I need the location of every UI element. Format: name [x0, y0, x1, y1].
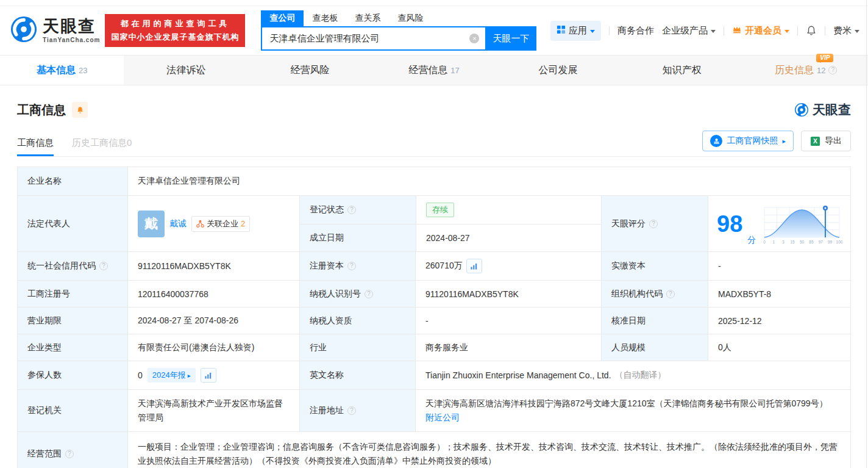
- svg-text:0: 0: [763, 240, 766, 244]
- nav-feimi[interactable]: 费米: [833, 25, 859, 37]
- field-value-uscc: 91120116MADXB5YT8K: [127, 252, 299, 280]
- search-tab-risk[interactable]: 查风险: [389, 10, 432, 26]
- section-header: 工商信息 天眼查: [17, 101, 851, 118]
- tab-operation-risk[interactable]: 经营风险: [248, 56, 372, 85]
- field-value-reg-capital: 260710万: [415, 252, 601, 280]
- divider: [609, 26, 610, 35]
- tab-label: 历史信息: [775, 64, 814, 77]
- legal-rep-link[interactable]: 戴诚: [169, 218, 187, 229]
- table-row: 统一社会信用代码 ? 91120116MADXB5YT8K 注册资本 ? 260…: [18, 251, 850, 280]
- tab-label: 经营风险: [291, 64, 330, 77]
- help-icon[interactable]: ?: [365, 290, 373, 298]
- field-label-reg-status: 登记状态 ?: [300, 196, 416, 224]
- chevron-down-icon: [855, 30, 859, 33]
- field-value-business-term: 2024-08-27 至 2074-08-26: [127, 308, 299, 334]
- nav-vip-label: 开通会员: [745, 25, 781, 37]
- nearby-companies-link[interactable]: 附近公司: [425, 412, 460, 422]
- capital-trend-button[interactable]: [466, 259, 482, 273]
- bar-chart-icon: [470, 262, 478, 270]
- help-icon[interactable]: ?: [828, 66, 837, 74]
- help-icon[interactable]: ?: [347, 406, 356, 415]
- vip-badge: VIP: [816, 54, 833, 62]
- tab-label: 公司发展: [538, 64, 577, 77]
- nav-apps[interactable]: 应用: [550, 21, 601, 41]
- svg-text:99: 99: [828, 240, 833, 244]
- divider: [724, 26, 724, 35]
- nav-enterprise-products[interactable]: 企业级产品: [662, 25, 716, 37]
- tab-intellectual-property[interactable]: 知识产权: [620, 56, 744, 85]
- business-info-table: 企业名称 天津卓信企业管理有限公司 法定代表人 戴 戴诚: [17, 167, 851, 468]
- field-label-score: 天眼评分 ?: [601, 196, 708, 251]
- export-button-label: 导出: [825, 135, 842, 146]
- arrow-right-icon: ▸: [188, 372, 191, 379]
- apps-grid-icon: [557, 25, 566, 36]
- search-block: 查公司 查老板 查关系 查风险 × 天眼一下: [261, 10, 536, 51]
- nav-cooperation[interactable]: 商务合作: [617, 25, 654, 37]
- field-label-insured: 参保人数: [18, 361, 127, 389]
- field-label-taxpayer-quality: 纳税人资质: [299, 308, 415, 334]
- tianyancha-logo-icon: [10, 15, 38, 46]
- tab-legal-litigation[interactable]: 法律诉讼: [124, 56, 247, 85]
- help-icon[interactable]: ?: [347, 206, 356, 214]
- help-icon[interactable]: ?: [649, 220, 658, 228]
- bell-icon: [806, 25, 817, 36]
- tab-label: 经营信息: [408, 64, 447, 77]
- tab-label: 基本信息: [37, 64, 76, 77]
- nav-apps-label: 应用: [569, 25, 587, 37]
- search-tab-relation[interactable]: 查关系: [346, 10, 389, 26]
- nav-enterprise-label: 企业级产品: [662, 25, 708, 37]
- official-snapshot-button[interactable]: 工商官网快照 ▸: [702, 131, 794, 151]
- help-icon[interactable]: ?: [347, 262, 356, 270]
- crown-icon: [732, 25, 742, 36]
- related-companies-badge[interactable]: 关联企业 2: [191, 216, 250, 232]
- excel-icon: X: [810, 136, 820, 146]
- bell-icon: [76, 106, 84, 114]
- field-value-reg-number: 120116400037768: [127, 281, 299, 307]
- nav-open-vip[interactable]: 开通会员: [732, 25, 789, 37]
- stamp-icon: [710, 135, 722, 147]
- brand-name: 天眼查: [43, 18, 100, 35]
- field-label-scope: 经营范围 ?: [18, 432, 127, 468]
- tianyancha-logo[interactable]: 天眼查 TianYanCha.com: [10, 15, 100, 46]
- field-value-reg-status: 存续: [416, 196, 601, 224]
- tab-operation-info[interactable]: 经营信息 17: [372, 56, 496, 85]
- tab-history-info[interactable]: VIP 历史信息 12 ?: [744, 56, 868, 85]
- help-icon[interactable]: ?: [99, 262, 108, 270]
- search-button[interactable]: 天眼一下: [485, 26, 536, 51]
- field-value-insured: 0 2024年报 ▸: [127, 361, 299, 389]
- avatar[interactable]: 戴: [138, 211, 165, 237]
- insured-trend-button[interactable]: [201, 368, 216, 383]
- svg-text:85: 85: [809, 240, 814, 244]
- table-row: 企业类型 有限责任公司(港澳台法人独资) 行业 商务服务业 人员规模 0人: [18, 334, 850, 361]
- table-row: 登记机关 天津滨海高新技术产业开发区市场监督管理局 注册地址 ? 天津滨海高新区…: [18, 389, 850, 431]
- notification-bell[interactable]: [806, 25, 817, 36]
- tab-basic-info[interactable]: 基本信息 23: [0, 56, 124, 85]
- search-tab-boss[interactable]: 查老板: [304, 10, 346, 26]
- table-row: 营业期限 2024-08-27 至 2074-08-26 纳税人资质 - 核准日…: [18, 307, 850, 334]
- divider: [825, 26, 825, 35]
- help-icon[interactable]: ?: [65, 450, 74, 458]
- field-label-reg-capital: 注册资本 ?: [299, 252, 415, 280]
- search-tab-company[interactable]: 查公司: [261, 10, 304, 26]
- help-icon[interactable]: ?: [666, 290, 675, 298]
- subtab-history-business-info[interactable]: 历史工商信息0: [72, 137, 132, 156]
- divider: [797, 26, 798, 35]
- subtab-business-info[interactable]: 工商信息: [17, 137, 54, 156]
- main-content: 工商信息 天眼查 工商信息 历史工商信息0: [0, 101, 868, 468]
- svg-text:3: 3: [782, 240, 784, 244]
- subscribe-bell-button[interactable]: [72, 102, 88, 118]
- scrollbar[interactable]: [866, 0, 867, 468]
- table-row: 工商注册号 120116400037768 纳税人识别号 ? 91120116M…: [18, 280, 850, 307]
- search-input[interactable]: [261, 26, 485, 51]
- section-watermark-logo: 天眼查: [794, 101, 851, 118]
- export-button[interactable]: X 导出: [801, 131, 851, 151]
- field-value-score[interactable]: 98 分: [708, 196, 850, 251]
- field-label-reg-number: 工商注册号: [18, 281, 127, 307]
- chevron-down-icon: [784, 30, 789, 33]
- table-row: 企业名称 天津卓信企业管理有限公司: [18, 167, 850, 195]
- tab-count: 12: [817, 66, 825, 75]
- annual-report-badge[interactable]: 2024年报 ▸: [148, 368, 196, 383]
- svg-text:15: 15: [791, 240, 795, 244]
- tab-company-development[interactable]: 公司发展: [496, 56, 620, 85]
- field-value-registry: 天津滨海高新技术产业开发区市场监督管理局: [127, 390, 299, 431]
